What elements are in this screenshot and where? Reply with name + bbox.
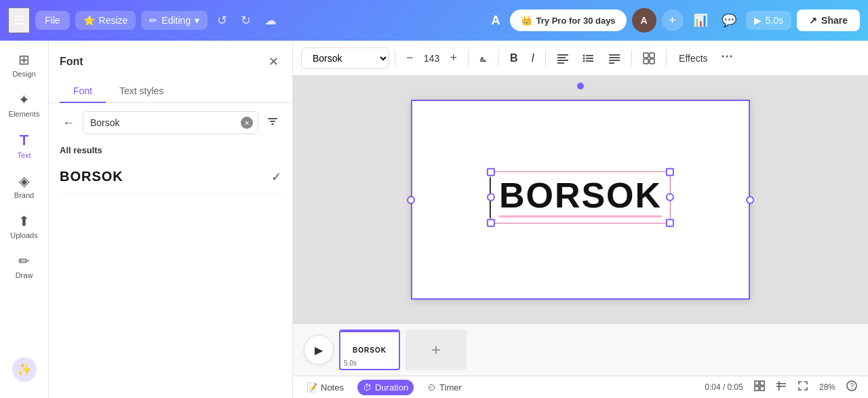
tab-text-styles[interactable]: Text styles [106, 80, 177, 103]
svg-rect-21 [644, 59, 648, 64]
canvas-slide[interactable]: BORSOK [411, 100, 750, 300]
notes-button[interactable]: 📝 Notes [301, 380, 349, 395]
play-icon: ▶ [315, 344, 323, 357]
file-button[interactable]: File [35, 11, 70, 30]
avatar[interactable]: A [632, 8, 656, 33]
redo-button[interactable]: ↻ [237, 9, 255, 32]
svg-rect-1 [270, 121, 275, 122]
fullscreen-button[interactable] [751, 378, 768, 397]
slide-thumbnail-1[interactable]: BORSOK 5.0s [339, 330, 400, 370]
crown-icon: 👑 [521, 15, 532, 26]
grid-button[interactable] [637, 48, 660, 68]
comment-icon: 💬 [722, 14, 736, 27]
resize-handle-tr[interactable] [666, 167, 674, 176]
resize-handle-mr[interactable] [666, 193, 674, 201]
font-size-increase-button[interactable]: + [445, 48, 463, 68]
toolbar-separator-5 [631, 50, 632, 66]
star-icon: ⭐ [83, 15, 95, 26]
resize-handle-ml[interactable] [487, 193, 495, 201]
font-select[interactable]: Borsok [301, 47, 389, 69]
rotate-handle[interactable] [577, 83, 584, 89]
svg-rect-2 [271, 123, 274, 125]
share-icon: ↗ [809, 15, 817, 26]
effects-button[interactable]: Effects [672, 49, 715, 68]
timeline-play-button[interactable]: ▶ [304, 335, 334, 365]
svg-point-12 [583, 54, 585, 56]
present-button[interactable]: ▶ 5.0s [746, 11, 791, 30]
top-navigation: ☰ File ⭐ Resize ✏ Editing ▾ ↺ ↻ ☁ A 👑 Tr… [0, 0, 868, 41]
resize-handle-right[interactable] [746, 196, 754, 204]
timer-button[interactable]: ⏲ Timer [422, 380, 467, 395]
cloud-save-button[interactable]: ☁ [260, 9, 281, 32]
text-color-button[interactable]: A [474, 49, 493, 68]
svg-rect-20 [650, 53, 654, 58]
font-search-input[interactable] [83, 111, 258, 134]
font-search-clear-button[interactable]: ✕ [241, 117, 253, 129]
font-panel-header: Font ✕ [49, 41, 292, 72]
add-slide-button[interactable]: + [406, 330, 467, 370]
undo-button[interactable]: ↺ [213, 9, 231, 32]
font-search-back-button[interactable]: ← [60, 113, 77, 133]
comment-button[interactable]: 💬 [717, 9, 741, 32]
font-search-area: ← ✕ [49, 103, 292, 142]
chart-icon: 📊 [693, 14, 708, 27]
font-panel: Font ✕ Font Text styles ← ✕ All results … [49, 41, 293, 398]
svg-rect-8 [557, 62, 564, 64]
canvas-area[interactable]: BORSOK [293, 76, 868, 323]
resize-button[interactable]: ⭐ Resize [75, 11, 136, 30]
add-icon: + [431, 340, 441, 359]
font-panel-close-button[interactable]: ✕ [266, 52, 281, 72]
sidebar-item-uploads[interactable]: ⬆ Uploads [3, 207, 45, 245]
svg-rect-15 [609, 54, 620, 56]
resize-handle-br[interactable] [666, 218, 674, 226]
sidebar-item-design[interactable]: ⊞ Design [3, 46, 45, 83]
add-button[interactable]: + [662, 9, 684, 31]
italic-button[interactable]: I [526, 48, 540, 68]
svg-rect-31 [776, 386, 786, 387]
resize-handle-tl[interactable] [487, 167, 495, 176]
grid-view-button[interactable] [773, 378, 789, 397]
chart-button[interactable]: 📊 [689, 9, 712, 32]
align-button[interactable] [551, 48, 574, 68]
font-size-decrease-button[interactable]: − [401, 48, 419, 68]
sidebar-item-draw[interactable]: ✏ Draw [3, 247, 45, 285]
resize-handle-left[interactable] [407, 196, 415, 204]
more-options-button[interactable] [717, 47, 736, 69]
editing-button[interactable]: ✏ Editing ▾ [141, 11, 208, 30]
magic-icon: ✨ [12, 357, 37, 382]
svg-rect-0 [268, 118, 277, 119]
svg-point-24 [726, 56, 728, 58]
resize-handle-bl[interactable] [487, 218, 495, 226]
brand-icon: ◈ [19, 173, 29, 189]
svg-rect-30 [776, 383, 786, 384]
font-panel-tabs: Font Text styles [49, 72, 292, 103]
font-filter-button[interactable] [264, 113, 281, 134]
svg-rect-26 [755, 381, 759, 385]
canvas-text-element[interactable]: BORSOK [490, 171, 671, 223]
duration-button[interactable]: ⏱ Duration [357, 380, 414, 395]
slide-selected-indicator [340, 331, 399, 332]
text-style-button[interactable]: A [488, 9, 505, 32]
magic-button[interactable]: ✨ [3, 352, 45, 387]
help-button[interactable]: ? [844, 378, 860, 397]
bottom-bar-icons [751, 378, 811, 397]
try-pro-button[interactable]: 👑 Try Pro for 30 days [510, 9, 627, 31]
chevron-down-icon: ▾ [195, 15, 199, 26]
svg-rect-10 [586, 58, 593, 59]
expand-button[interactable] [795, 378, 811, 397]
time-display: 0:04 / 0:05 [705, 382, 743, 392]
sidebar-item-brand[interactable]: ◈ Brand [3, 167, 45, 205]
sidebar-item-elements[interactable]: ✦ Elements [3, 86, 45, 123]
notes-icon: 📝 [307, 382, 317, 393]
share-button[interactable]: ↗ Share [797, 9, 860, 31]
sidebar-item-text[interactable]: T Text [3, 126, 45, 165]
hamburger-button[interactable]: ☰ [8, 7, 30, 33]
tab-font[interactable]: Font [60, 80, 106, 103]
text-selection-box: BORSOK [490, 171, 671, 223]
svg-point-23 [722, 56, 724, 58]
bold-button[interactable]: B [505, 48, 524, 68]
list2-button[interactable] [603, 48, 626, 68]
font-search-input-wrap: ✕ [83, 111, 258, 134]
font-result-item-borsok[interactable]: BORSOK ✓ [60, 161, 281, 193]
list-button[interactable] [577, 48, 600, 68]
